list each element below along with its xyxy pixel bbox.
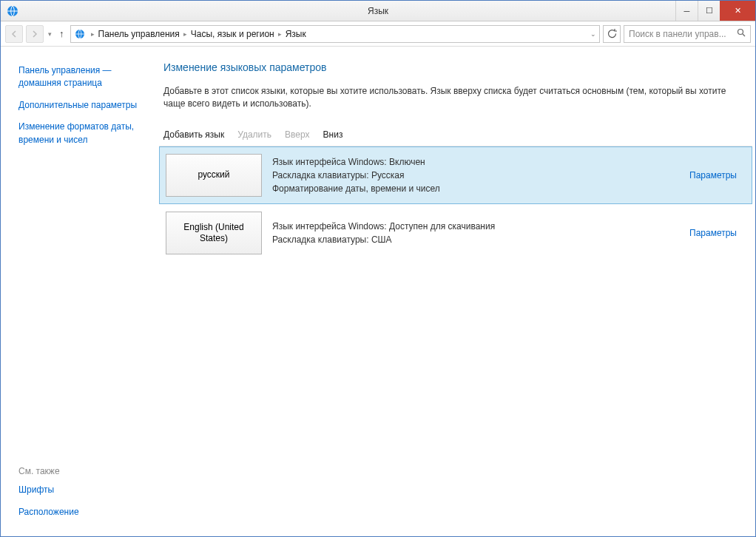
language-tile[interactable]: English (United States) xyxy=(166,212,262,254)
sidebar-item-advanced[interactable]: Дополнительные параметры xyxy=(18,99,147,112)
chevron-right-icon: ▸ xyxy=(91,30,95,38)
detail-line: Раскладка клавиатуры: Русская xyxy=(272,169,689,182)
language-row[interactable]: English (United States) Язык интерфейса … xyxy=(159,204,752,262)
svg-point-2 xyxy=(738,30,743,35)
page-description: Добавьте в этот список языки, которые вы… xyxy=(159,85,752,110)
window-title: Язык xyxy=(368,6,388,16)
breadcrumb-item[interactable]: Язык xyxy=(286,29,306,39)
breadcrumb-dropdown-icon[interactable]: ⌄ xyxy=(590,30,596,38)
chevron-right-icon: ▸ xyxy=(278,30,282,38)
maximize-button[interactable]: ☐ xyxy=(698,1,720,21)
breadcrumb[interactable]: ▸ Панель управления ▸ Часы, язык и регио… xyxy=(70,25,601,43)
sidebar-item-home[interactable]: Панель управления — домашняя страница xyxy=(18,64,147,90)
add-language-button[interactable]: Добавить язык xyxy=(163,129,224,140)
main-panel: Изменение языковых параметров Добавьте в… xyxy=(156,47,755,536)
sidebar: Панель управления — домашняя страница До… xyxy=(1,47,156,536)
language-details: Язык интерфейса Windows: Включен Расклад… xyxy=(262,155,689,195)
sidebar-item-location[interactable]: Расположение xyxy=(18,506,147,519)
up-button[interactable]: ↑ xyxy=(56,28,67,39)
language-tile[interactable]: русский xyxy=(166,154,262,197)
search-input[interactable]: Поиск в панели управ... xyxy=(624,25,751,43)
detail-line: Раскладка клавиатуры: США xyxy=(272,233,689,246)
options-link[interactable]: Параметры xyxy=(689,170,744,180)
history-dropdown-icon[interactable]: ▾ xyxy=(47,30,53,38)
refresh-button[interactable] xyxy=(603,25,621,43)
breadcrumb-item[interactable]: Панель управления xyxy=(98,29,180,39)
search-placeholder: Поиск в панели управ... xyxy=(629,29,726,39)
navbar: ▾ ↑ ▸ Панель управления ▸ Часы, язык и р… xyxy=(1,21,755,47)
page-title: Изменение языковых параметров xyxy=(159,61,752,73)
sidebar-item-fonts[interactable]: Шрифты xyxy=(18,484,147,496)
forward-button[interactable] xyxy=(26,25,44,43)
detail-line: Язык интерфейса Windows: Доступен для ск… xyxy=(272,220,689,233)
back-button[interactable] xyxy=(5,25,23,43)
detail-line: Форматирование даты, времени и чисел xyxy=(272,182,689,195)
move-down-button[interactable]: Вниз xyxy=(323,129,343,140)
titlebar: Язык ─ ☐ ✕ xyxy=(1,1,755,21)
language-details: Язык интерфейса Windows: Доступен для ск… xyxy=(262,220,689,246)
language-app-icon xyxy=(7,5,18,17)
close-button[interactable]: ✕ xyxy=(720,1,755,21)
move-up-button[interactable]: Вверх xyxy=(285,129,309,140)
see-also-label: См. также xyxy=(18,466,147,476)
minimize-button[interactable]: ─ xyxy=(675,1,698,21)
search-icon xyxy=(737,28,746,39)
breadcrumb-item[interactable]: Часы, язык и регион xyxy=(191,29,274,39)
sidebar-item-formats[interactable]: Изменение форматов даты, времени и чисел xyxy=(18,121,147,146)
remove-button[interactable]: Удалить xyxy=(237,129,271,140)
language-list: русский Язык интерфейса Windows: Включен… xyxy=(159,146,752,262)
language-row[interactable]: русский Язык интерфейса Windows: Включен… xyxy=(159,146,752,204)
options-link[interactable]: Параметры xyxy=(689,228,744,238)
toolbar: Добавить язык Удалить Вверх Вниз xyxy=(159,125,752,146)
chevron-right-icon: ▸ xyxy=(183,30,187,38)
location-icon xyxy=(74,28,86,40)
detail-line: Язык интерфейса Windows: Включен xyxy=(272,155,689,169)
